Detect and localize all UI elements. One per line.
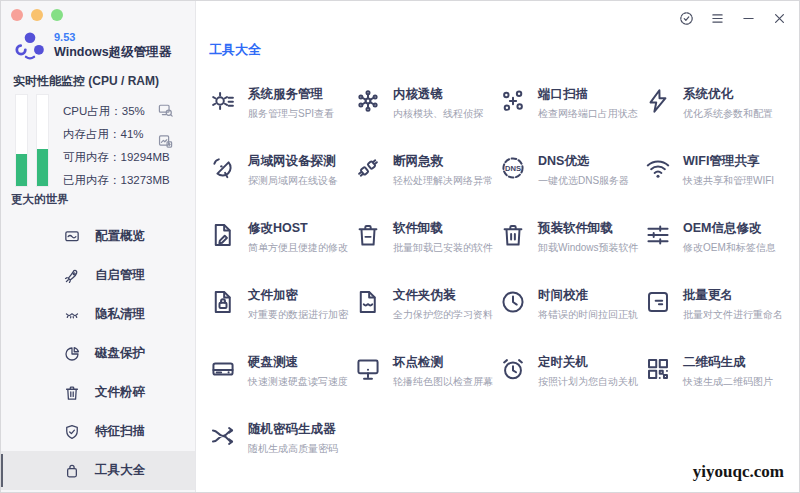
tool-text: DNS优选一键优选DNS服务器 [538,148,629,188]
metric-text: 已用内存：13273MB [63,173,170,188]
tool-text: 二维码生成快速生成二维码图片 [683,349,773,389]
tool-text: OEM信息修改修改OEM和标签信息 [683,215,776,255]
tool-item[interactable]: OEM信息修改修改OEM和标签信息 [644,215,789,282]
tool-text: 文件加密对重要的数据进行加密 [248,282,348,322]
trash-minus-icon [354,221,382,249]
port-scan-icon [499,87,527,115]
sidebar-item-6[interactable]: 特征扫描 [1,412,195,451]
tool-item[interactable]: 局域网设备探测探测局域网在线设备 [209,148,354,215]
tool-title: 批量更名 [683,289,783,303]
app-version: 9.53 [54,31,171,43]
tool-subtitle: 快速测速硬盘读写速度 [248,375,348,389]
sidebar-item-7[interactable]: 工具大全 [1,451,195,490]
minimize-traffic-light[interactable] [31,9,43,21]
image-export-icon[interactable] [157,133,174,150]
tool-item[interactable]: WIFI管理共享快速共享和管理WIFI [644,148,789,215]
tool-subtitle: 检查网络端口占用状态 [538,107,638,121]
metric-text: CPU占用：35% [63,104,145,119]
minimize-icon[interactable] [740,10,757,27]
tool-subtitle: 将错误的时间拉回正轨 [538,308,638,322]
tool-title: 断网急救 [393,155,493,169]
rocket-icon [63,267,81,285]
tool-item[interactable]: 文件加密对重要的数据进行加密 [209,282,354,349]
tool-text: 文件夹伪装全力保护您的学习资料 [393,282,493,322]
alarm-icon [499,355,527,383]
sidebar-item-label: 隐私清理 [95,306,145,323]
bag-icon [63,462,81,480]
tool-text: 随机密码生成器随机生成高质量密码 [248,416,338,456]
close-traffic-light[interactable] [11,9,23,21]
sidebar-item-label: 配置概览 [95,228,145,245]
svg-text:DNS: DNS [505,164,521,173]
tool-item[interactable]: 定时关机按照计划为您自动关机 [499,349,644,416]
performance-actions [157,102,174,150]
tool-item[interactable]: 修改HOST简单方便且便捷的修改 [209,215,354,282]
sidebar-item-4[interactable]: 磁盘保护 [1,334,195,373]
main-panel: 工具大全 系统服务管理服务管理与SPI查看内核透镜内核模块、线程侦探端口扫描检查… [196,1,799,492]
page-title: 工具大全 [209,41,261,59]
tool-item[interactable]: 端口扫描检查网络端口占用状态 [499,81,644,148]
tool-item[interactable]: 系统优化优化系统参数和配置 [644,81,789,148]
tool-title: 系统优化 [683,88,773,102]
metric-row: 可用内存：19294MB [63,146,170,169]
tool-item[interactable]: 预装软件卸载卸载Windows预装软件 [499,215,644,282]
metric-text: 可用内存：19294MB [63,150,170,165]
tool-title: 硬盘测速 [248,356,348,370]
tool-item[interactable]: 坏点检测轮播纯色图以检查屏幕 [354,349,499,416]
sidebar-item-5[interactable]: 文件粉碎 [1,373,195,412]
app-name: Windows超级管理器 [54,44,171,61]
shield-check-icon [63,423,81,441]
menu-icon[interactable] [709,10,726,27]
sidebar-section-label: 更大的世界 [11,192,69,207]
tool-subtitle: 修改OEM和标签信息 [683,241,776,255]
tool-title: DNS优选 [538,155,629,169]
tool-subtitle: 服务管理与SPI查看 [248,107,334,121]
sidebar-item-2[interactable]: 自启管理 [1,256,195,295]
sidebar-item-3[interactable]: 隐私清理 [1,295,195,334]
lightning-icon [644,87,672,115]
tool-item[interactable]: 系统服务管理服务管理与SPI查看 [209,81,354,148]
tool-item[interactable]: 时间校准将错误的时间拉回正轨 [499,282,644,349]
performance-bars [15,94,49,187]
tool-title: 端口扫描 [538,88,638,102]
performance-metrics: CPU占用：35%内存占用：41%可用内存：19294MB已用内存：13273M… [63,100,170,192]
tool-item[interactable]: 随机密码生成器随机生成高质量密码 [209,416,354,483]
tool-title: 预装软件卸载 [538,222,639,236]
cpu-bar-fill [16,154,27,186]
tool-item[interactable]: 软件卸载批量卸载已安装的软件 [354,215,499,282]
sidebar-item-label: 文件粉碎 [95,384,145,401]
close-icon[interactable] [771,10,788,27]
tool-subtitle: 批量对文件进行重命名 [683,308,783,322]
badge-check-icon[interactable] [678,10,695,27]
zoom-traffic-light[interactable] [51,9,63,21]
tool-text: 预装软件卸载卸载Windows预装软件 [538,215,639,255]
screen-search-icon[interactable] [157,102,174,119]
tool-title: 文件加密 [248,289,348,303]
sidebar-item-label: 工具大全 [95,462,145,479]
tool-title: 随机密码生成器 [248,423,338,437]
tool-subtitle: 快速生成二维码图片 [683,375,773,389]
tool-text: 坏点检测轮播纯色图以检查屏幕 [393,349,493,389]
shuffle-icon [209,422,237,450]
brand-text: 9.53 Windows超级管理器 [54,31,171,61]
radar-icon [209,154,237,182]
tool-subtitle: 对重要的数据进行加密 [248,308,348,322]
tool-subtitle: 随机生成高质量密码 [248,442,338,456]
tool-item[interactable]: 文件夹伪装全力保护您的学习资料 [354,282,499,349]
tool-text: 硬盘测速快速测速硬盘读写速度 [248,349,348,389]
sidebar-item-1[interactable]: 配置概览 [1,217,195,256]
tool-subtitle: 全力保护您的学习资料 [393,308,493,322]
tool-title: WIFI管理共享 [683,155,774,169]
tool-item[interactable]: 批量更名批量对文件进行重命名 [644,282,789,349]
tool-text: 时间校准将错误的时间拉回正轨 [538,282,638,322]
tool-item[interactable]: 二维码生成快速生成二维码图片 [644,349,789,416]
tool-item[interactable]: 内核透镜内核模块、线程侦探 [354,81,499,148]
tool-item[interactable]: 断网急救轻松处理解决网络异常 [354,148,499,215]
tool-title: 修改HOST [248,222,348,236]
tool-title: 局域网设备探测 [248,155,338,169]
tool-item[interactable]: 硬盘测速快速测速硬盘读写速度 [209,349,354,416]
tool-subtitle: 简单方便且便捷的修改 [248,241,348,255]
tool-subtitle: 优化系统参数和配置 [683,107,773,121]
tool-item[interactable]: DNSDNS优选一键优选DNS服务器 [499,148,644,215]
tool-text: 批量更名批量对文件进行重命名 [683,282,783,322]
